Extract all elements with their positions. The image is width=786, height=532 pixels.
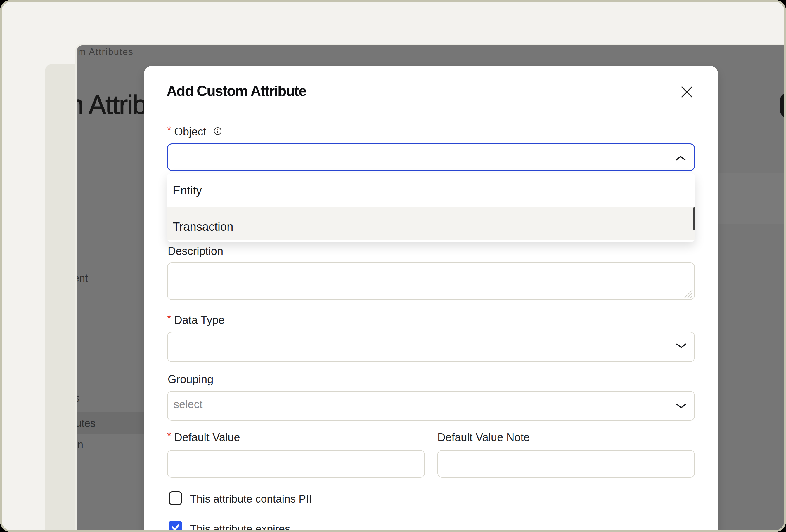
svg-text:i: i xyxy=(217,128,218,134)
